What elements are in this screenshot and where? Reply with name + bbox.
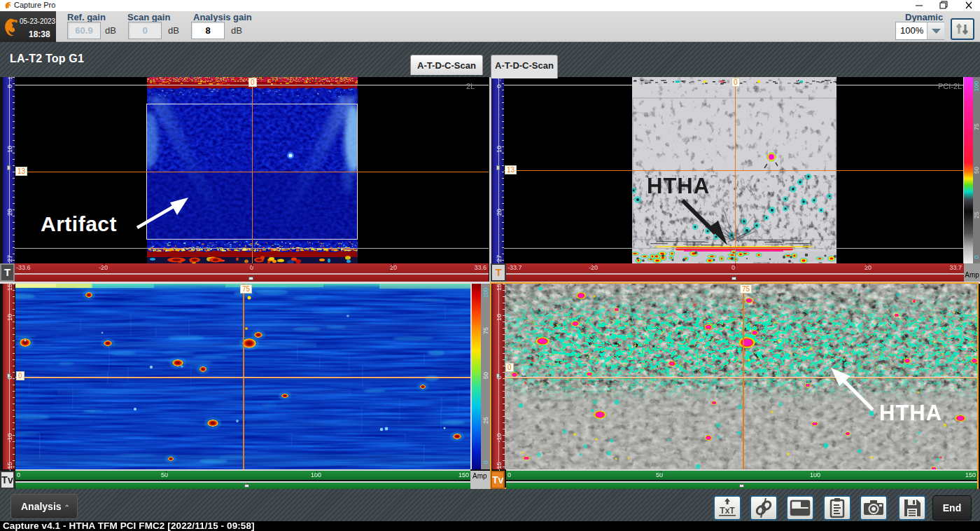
- svg-text:TxT: TxT: [720, 506, 735, 516]
